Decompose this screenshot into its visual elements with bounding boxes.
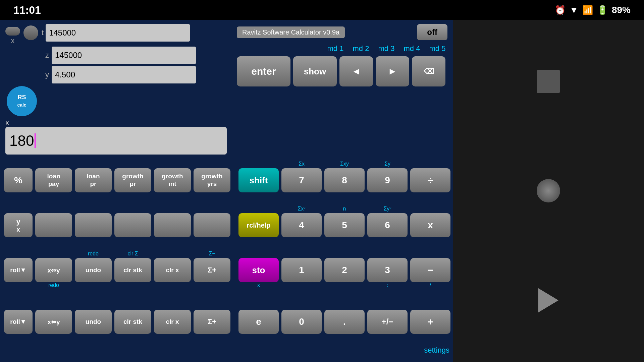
blank2-button[interactable]: [75, 213, 112, 237]
xswap2-button[interactable]: x⇔y: [35, 310, 72, 334]
nav-bar: [453, 20, 644, 362]
minus-button[interactable]: −: [410, 258, 450, 282]
sto-button[interactable]: sto: [238, 258, 279, 282]
blank4-button[interactable]: [154, 213, 191, 237]
right-top: Ravitz Software Calculator v0.9a off md …: [237, 24, 447, 116]
loan-pay-button[interactable]: loanpay: [35, 168, 72, 192]
blank1-button[interactable]: [35, 213, 72, 237]
growth-yrs-button[interactable]: growthyrs: [194, 168, 230, 192]
plusminus-button[interactable]: +/−: [367, 310, 408, 334]
clr-x-button[interactable]: clr x: [154, 258, 191, 282]
divide-button[interactable]: ÷: [410, 168, 450, 192]
md5-label: md 5: [427, 44, 447, 53]
time-display: 11:01: [13, 4, 41, 16]
btn-row-bottom: roll▼ x⇔y undo clr stk clr x: [4, 302, 449, 341]
z-reg-label: z: [39, 51, 49, 60]
action-row: enter show ◄ ► ⌫: [237, 56, 447, 86]
dot-button[interactable]: .: [324, 310, 365, 334]
y-register[interactable]: [52, 66, 196, 83]
shift-button[interactable]: shift: [238, 168, 279, 192]
x-label-main: x: [5, 118, 9, 127]
left-arrow-button[interactable]: ◄: [339, 56, 373, 86]
five-button[interactable]: 5: [324, 213, 365, 237]
main-display-area: x 180: [5, 118, 447, 155]
md4-label: md 4: [402, 44, 422, 53]
blank5-button[interactable]: [194, 213, 230, 237]
clr-stk2-button[interactable]: clr stk: [114, 310, 151, 334]
roll-v-button[interactable]: roll▼: [4, 310, 33, 334]
yx-button[interactable]: yx: [4, 213, 33, 237]
loan-pr-button[interactable]: loanpr: [75, 168, 112, 192]
status-right: ⏰ ▼ 📶 🔋 89%: [555, 5, 631, 15]
show-button[interactable]: show: [293, 56, 337, 86]
left-top: x t 145000 z y: [5, 24, 233, 116]
btn-row-extra: yx: [4, 206, 449, 245]
nav-circle[interactable]: [537, 179, 560, 202]
settings-label[interactable]: settings: [424, 346, 449, 355]
right-arrow-button[interactable]: ►: [376, 56, 409, 86]
undo2-button[interactable]: undo: [75, 310, 112, 334]
off-button[interactable]: off: [417, 24, 447, 40]
title-row: Ravitz Software Calculator v0.9a off: [237, 24, 447, 40]
md1-label: md 1: [325, 44, 345, 53]
nine-button[interactable]: 9: [367, 168, 408, 192]
sigma-plus2-button[interactable]: Σ+: [194, 310, 230, 334]
top-section: x t 145000 z y: [0, 20, 453, 116]
one-button[interactable]: 1: [281, 258, 322, 282]
gray-circle[interactable]: [23, 25, 38, 40]
signal-icon: 📶: [582, 5, 593, 15]
growth-int-button[interactable]: growthint: [154, 168, 191, 192]
md2-label: md 2: [351, 44, 371, 53]
xswap-button[interactable]: x⇔y: [35, 258, 72, 282]
plus-button[interactable]: +: [410, 310, 450, 334]
clr-x2-button[interactable]: clr x: [154, 310, 191, 334]
four-button[interactable]: 4: [281, 213, 322, 237]
growth-pr-button[interactable]: growthpr: [114, 168, 151, 192]
percent-button[interactable]: %: [4, 168, 33, 192]
x-mult-button[interactable]: x: [410, 213, 450, 237]
y-reg-label: y: [39, 70, 49, 79]
e-button[interactable]: e: [238, 310, 279, 334]
md3-label: md 3: [376, 44, 396, 53]
btn-row-sto: roll▼ x⇔y redo redo undo clr Σ clr stk c…: [4, 251, 449, 290]
rcl-help-button[interactable]: rcl/help: [238, 213, 279, 237]
logo-circle[interactable]: RScalc: [7, 86, 37, 116]
undo-button[interactable]: undo: [75, 258, 112, 282]
status-bar: 11:01 ⏰ ▼ 📶 🔋 89%: [0, 0, 644, 20]
x-value: 180: [9, 132, 34, 149]
enter-button[interactable]: enter: [237, 56, 290, 86]
blank3-button[interactable]: [114, 213, 151, 237]
mode-row: md 1 md 2 md 3 md 4 md 5: [237, 44, 447, 53]
t-register[interactable]: 145000: [46, 24, 190, 42]
seven-button[interactable]: 7: [281, 168, 322, 192]
calculator: x t 145000 z y: [0, 20, 453, 362]
app-title-label: Ravitz Software Calculator v0.9a: [237, 26, 345, 38]
zero-button[interactable]: 0: [281, 310, 322, 334]
logo-text: RScalc: [17, 94, 26, 108]
oval-button[interactable]: [5, 27, 20, 36]
t-reg-label: t: [42, 28, 44, 37]
battery-icon: 🔋: [597, 5, 608, 15]
nav-square[interactable]: [537, 70, 560, 93]
six-button[interactable]: 6: [367, 213, 408, 237]
three-button[interactable]: 3: [367, 258, 408, 282]
x-indicator: x: [11, 37, 14, 45]
btn-row-finance: % loanpay loanpr growthpr growthint: [4, 161, 449, 200]
two-button[interactable]: 2: [324, 258, 365, 282]
clr-stk-button[interactable]: clr stk: [114, 258, 151, 282]
nav-triangle[interactable]: [538, 288, 558, 312]
eight-button[interactable]: 8: [324, 168, 365, 192]
roll-button[interactable]: roll▼: [4, 258, 33, 282]
buttons-area: % loanpay loanpr growthpr growthint: [0, 158, 453, 344]
z-register[interactable]: [52, 47, 196, 64]
backspace-button[interactable]: ⌫: [412, 56, 445, 86]
logo-area: RScalc: [7, 86, 233, 116]
sigma-plus-button[interactable]: Σ+: [194, 258, 230, 282]
wifi-icon: ▼: [570, 5, 578, 15]
x-display[interactable]: 180: [5, 127, 227, 155]
alarm-icon: ⏰: [555, 5, 566, 15]
battery-percent: 89%: [612, 5, 631, 15]
cursor: [35, 133, 36, 148]
